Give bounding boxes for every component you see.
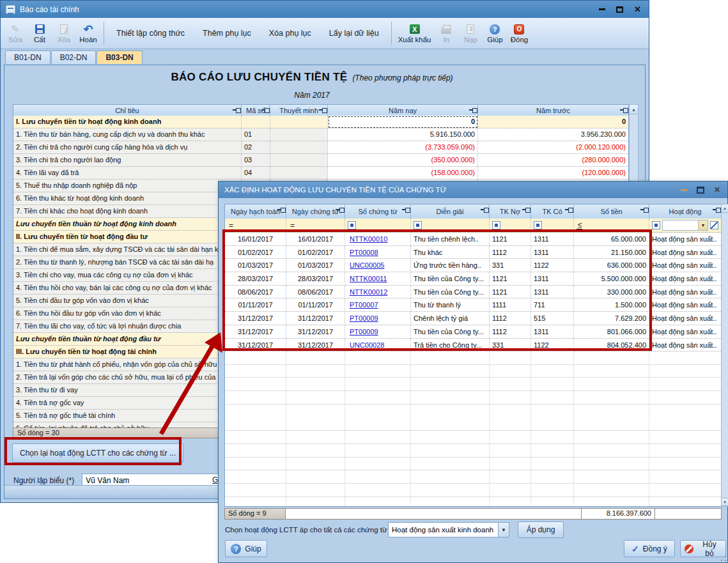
filter-icon[interactable] — [414, 221, 422, 229]
cell-activity[interactable]: Hoạt động sản xuất.. — [649, 259, 721, 272]
filter-date-acc[interactable]: = — [225, 219, 286, 233]
filter-date-doc[interactable]: = — [286, 219, 345, 233]
chevron-down-icon[interactable]: ▼ — [698, 220, 708, 230]
close-window-button[interactable]: O Đóng — [507, 19, 531, 47]
cell-activity[interactable]: Hoạt động sản xuất.. — [649, 233, 721, 246]
pin-icon[interactable] — [261, 107, 268, 112]
voucher-link[interactable]: NTTK00010 — [345, 233, 411, 246]
pin-icon[interactable] — [620, 107, 627, 112]
voucher-link[interactable]: PT00007 — [345, 298, 411, 312]
scroll-up-icon[interactable]: ▲ — [722, 204, 728, 213]
cancel-button[interactable]: Hủy bỏ — [680, 540, 726, 557]
ok-button[interactable]: ✓ Đồng ý — [624, 540, 675, 557]
close-icon[interactable]: ✕ — [634, 5, 641, 13]
voucher-row[interactable]: 01/11/2017 01/11/2017 PT00007 Thu từ tha… — [225, 298, 721, 312]
voucher-link[interactable]: NTTK00011 — [345, 272, 411, 286]
cell-activity[interactable]: Hoạt động sản xuất.. — [649, 246, 721, 259]
voucher-link[interactable]: PT00009 — [345, 325, 411, 339]
row-current-year[interactable]: (158.000.000) — [328, 167, 478, 180]
column-header-chi-tieu[interactable]: Chỉ tiêu — [13, 105, 242, 116]
chevron-down-icon[interactable]: ▼ — [498, 523, 509, 537]
dialog-minimize-icon[interactable] — [681, 189, 687, 191]
row-current-year[interactable]: 0 — [328, 116, 478, 128]
filter-activity[interactable]: ▼ — [649, 219, 721, 233]
column-header-nam-truoc[interactable]: Năm trước — [478, 105, 628, 116]
dialog-vertical-scrollbar[interactable]: ▲ ▼ — [721, 204, 728, 507]
apply-button[interactable]: Áp dụng — [518, 521, 564, 538]
row-prior-year[interactable]: 0 — [478, 116, 628, 128]
voucher-link[interactable]: UNC00005 — [345, 259, 411, 272]
table-row[interactable]: I. Lưu chuyển tiền từ hoạt động kinh doa… — [13, 116, 628, 128]
pin-icon[interactable] — [522, 207, 529, 212]
undo-button[interactable]: ↶ Hoàn — [76, 19, 100, 47]
table-row[interactable]: 3. Tiền chi trả cho người lao động 03 (3… — [13, 154, 628, 167]
scroll-down-icon[interactable]: ▼ — [722, 498, 728, 506]
minimize-icon[interactable] — [599, 8, 605, 10]
row-prior-year[interactable]: 3.956.230.000 — [478, 128, 628, 141]
table-row[interactable]: 1. Tiền thu từ bán hàng, cung cấp dịch v… — [13, 128, 628, 141]
column-header-hoat-dong[interactable]: Hoạt động — [649, 204, 721, 219]
pin-icon[interactable] — [319, 107, 326, 112]
column-header-thuyet-minh[interactable]: Thuyết minh — [270, 105, 328, 116]
tab-b02-dn[interactable]: B02-DN — [51, 50, 97, 64]
voucher-row[interactable]: 31/12/2017 31/12/2017 PT00009 Thu tiền c… — [225, 325, 721, 339]
setup-formula-button[interactable]: Thiết lập công thức — [107, 19, 194, 47]
filter-icon[interactable] — [534, 221, 542, 229]
voucher-link[interactable]: UNC00028 — [345, 339, 411, 352]
voucher-row[interactable]: 08/06/2017 08/06/2017 NTTK00012 Thu tiền… — [225, 286, 721, 299]
column-header-nam-nay[interactable]: Năm nay — [328, 105, 478, 116]
row-prior-year[interactable]: (2.000.120.000) — [478, 141, 628, 154]
voucher-row[interactable]: 01/02/2017 01/02/2017 PT00008 Thu khác 1… — [225, 246, 721, 259]
column-header-ngay-hach-toan[interactable]: Ngày hạch toán — [225, 204, 286, 219]
dialog-close-icon[interactable]: ✕ — [714, 185, 720, 194]
add-appendix-button[interactable]: Thêm phụ lục — [194, 19, 260, 47]
column-header-tk-no[interactable]: TK Nợ — [490, 204, 531, 219]
voucher-row[interactable]: 16/01/2017 16/01/2017 NTTK00010 Thu tiền… — [225, 233, 721, 246]
filter-credit[interactable] — [531, 219, 574, 233]
save-button[interactable]: Cất — [27, 19, 52, 47]
help-button[interactable]: ? Giúp — [483, 19, 507, 47]
dialog-maximize-icon[interactable] — [697, 187, 704, 194]
cell-activity[interactable]: Hoạt động sản xuất.. — [649, 325, 721, 339]
column-header-tk-co[interactable]: TK Có — [531, 204, 574, 219]
voucher-row[interactable]: 28/03/2017 28/03/2017 NTTK00011 Thu tiền… — [225, 272, 721, 286]
filter-doc-no[interactable] — [345, 219, 411, 233]
voucher-row[interactable]: 31/12/2017 31/12/2017 PT00009 Chênh lệch… — [225, 312, 721, 325]
voucher-link[interactable]: PT00008 — [345, 246, 411, 259]
table-row[interactable]: 4. Tiền lãi vay đã trả 04 (158.000.000) … — [13, 167, 628, 180]
column-header-ma-so[interactable]: Mã số — [242, 105, 270, 116]
maximize-icon[interactable] — [616, 6, 623, 13]
cell-activity[interactable]: Hoạt động sản xuất.. — [649, 339, 721, 352]
filter-icon[interactable] — [492, 221, 500, 229]
pin-icon[interactable] — [233, 107, 240, 112]
export-button[interactable]: X Xuất khẩu — [395, 19, 435, 47]
column-header-dien-giai[interactable]: Diễn giải — [411, 204, 490, 219]
row-prior-year[interactable]: (120.000.000) — [478, 167, 628, 180]
cell-activity[interactable]: Hoạt động sản xuất.. — [649, 298, 721, 312]
cell-activity[interactable]: Hoạt động sản xuất.. — [649, 272, 721, 286]
voucher-row[interactable]: 01/03/2017 01/03/2017 UNC00005 Ứng trước… — [225, 259, 721, 272]
pin-icon[interactable] — [713, 207, 720, 212]
row-prior-year[interactable]: (280.000.000) — [478, 154, 628, 167]
voucher-link[interactable]: PT00009 — [345, 312, 411, 325]
filter-desc[interactable] — [411, 219, 490, 233]
pin-icon[interactable] — [469, 107, 476, 112]
activity-dropdown[interactable]: Hoạt động sản xuất kinh doanh ▼ — [388, 522, 509, 537]
cell-activity[interactable]: Hoạt động sản xuất.. — [649, 286, 721, 299]
pin-icon[interactable] — [402, 207, 409, 212]
voucher-link[interactable]: NTTK00012 — [345, 286, 411, 299]
tab-b01-dn[interactable]: B01-DN — [5, 50, 50, 64]
cell-activity[interactable]: Hoạt động sản xuất.. — [649, 312, 721, 325]
row-current-year[interactable]: (350.000.000) — [328, 154, 478, 167]
resize-grip-icon[interactable] — [720, 555, 727, 562]
pin-icon[interactable] — [640, 207, 647, 212]
tab-b03-dn[interactable]: B03-DN — [97, 50, 142, 64]
remove-appendix-button[interactable]: Xóa phụ lục — [260, 19, 320, 47]
dialog-help-button[interactable]: ? Giúp — [225, 540, 267, 557]
activity-filter-combo[interactable]: ▼ — [662, 220, 708, 231]
column-header-so-chung-tu[interactable]: Số chứng từ — [345, 204, 411, 219]
table-row[interactable]: 2. Tiền chi trả cho người cung cấp hàng … — [13, 141, 628, 154]
scroll-up-icon[interactable]: ▲ — [630, 105, 638, 114]
row-current-year[interactable]: (3.733.059.090) — [328, 141, 478, 154]
pin-icon[interactable] — [277, 207, 284, 212]
